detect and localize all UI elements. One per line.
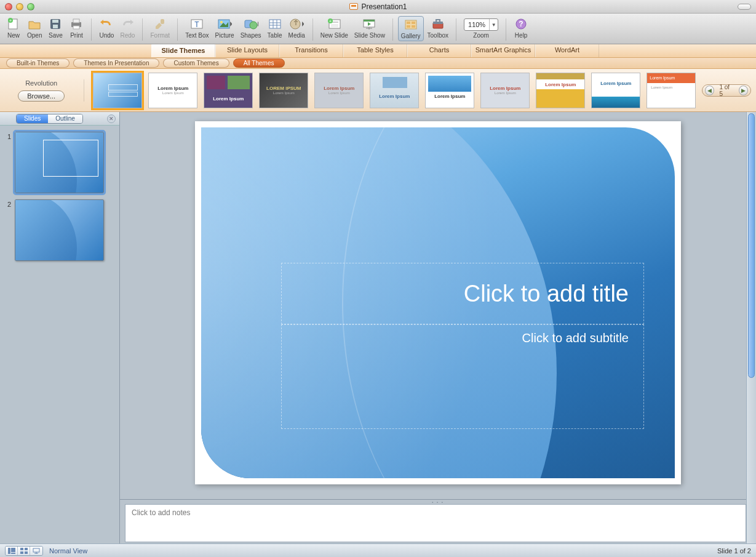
ribbon-tab-transitions[interactable]: Transitions bbox=[279, 44, 343, 57]
theme-thumb[interactable]: Lorem Ipsum bbox=[591, 73, 640, 108]
slide-number: 2 bbox=[5, 199, 11, 261]
slideshow-button[interactable]: Slide Show bbox=[352, 16, 388, 40]
subtitle-placeholder[interactable]: Click to add subtitle bbox=[281, 324, 644, 429]
theme-thumb[interactable]: Lorem Ipsum bbox=[425, 73, 474, 108]
pager-text: 1 of 5 bbox=[714, 84, 738, 97]
scrollbar-thumb[interactable] bbox=[748, 113, 755, 378]
help-button[interactable]: ? Help bbox=[511, 16, 531, 40]
shapes-icon bbox=[244, 17, 258, 31]
theme-thumb[interactable] bbox=[93, 73, 142, 108]
category-custom[interactable]: Custom Themes bbox=[163, 58, 229, 68]
ribbon-tab-wordart[interactable]: WordArt bbox=[535, 44, 599, 57]
shapes-button[interactable]: Shapes bbox=[238, 16, 264, 40]
svg-rect-43 bbox=[11, 553, 15, 554]
picture-icon bbox=[217, 17, 232, 31]
format-icon bbox=[153, 17, 167, 31]
theme-thumb[interactable]: Lorem IpsumLorem Ipsum bbox=[480, 73, 530, 108]
close-window-button[interactable] bbox=[5, 3, 12, 10]
theme-gallery: Revolution Browse... Lorem IpsumLorem Ip… bbox=[0, 69, 756, 112]
main-toolbar: + New Open Save Print Undo Redo Format T… bbox=[0, 14, 756, 44]
table-icon bbox=[268, 17, 282, 31]
open-icon bbox=[27, 17, 42, 31]
toolbox-icon bbox=[431, 17, 445, 31]
ribbon-tab-smartart[interactable]: SmartArt Graphics bbox=[471, 44, 535, 57]
redo-button[interactable]: Redo bbox=[117, 16, 137, 40]
print-icon bbox=[69, 17, 84, 31]
sorter-view-button[interactable] bbox=[18, 547, 30, 555]
minimize-window-button[interactable] bbox=[16, 3, 23, 10]
theme-thumb[interactable]: Lorem Ipsum bbox=[370, 73, 419, 108]
slide-thumbnail[interactable] bbox=[15, 132, 104, 193]
close-panel-button[interactable]: ✕ bbox=[107, 114, 116, 123]
print-button[interactable]: Print bbox=[66, 16, 86, 40]
open-button[interactable]: Open bbox=[25, 16, 44, 40]
save-button[interactable]: Save bbox=[46, 16, 65, 40]
window-title: Presentation1 bbox=[361, 2, 407, 11]
view-mode-label: Normal View bbox=[49, 547, 87, 555]
undo-button[interactable]: Undo bbox=[97, 16, 116, 40]
ribbon-tab-slide-themes[interactable]: Slide Themes bbox=[151, 44, 215, 57]
table-button[interactable]: Table bbox=[265, 16, 285, 40]
svg-rect-33 bbox=[412, 22, 415, 24]
theme-thumbnails: Lorem IpsumLorem Ipsum Lorem Ipsum LOREM… bbox=[93, 73, 696, 108]
slide-thumbnail[interactable] bbox=[15, 199, 104, 261]
normal-view-button[interactable] bbox=[6, 547, 18, 555]
ribbon-tab-slide-layouts[interactable]: Slide Layouts bbox=[215, 44, 279, 57]
outline-tab[interactable]: Outline bbox=[48, 114, 82, 123]
splitter-handle[interactable]: • • • bbox=[120, 499, 756, 504]
theme-thumb[interactable]: Lorem IpsumLorem Ipsum bbox=[647, 73, 696, 108]
slide-number: 1 bbox=[5, 132, 11, 193]
chevron-down-icon[interactable]: ▼ bbox=[489, 19, 498, 30]
document-icon bbox=[349, 3, 357, 10]
vertical-scrollbar[interactable] bbox=[746, 112, 756, 543]
notes-pane[interactable]: Click to add notes bbox=[125, 504, 746, 542]
slide-position-label: Slide 1 of 2 bbox=[717, 547, 751, 555]
ribbon-tab-table-styles[interactable]: Table Styles bbox=[343, 44, 407, 57]
media-icon bbox=[289, 17, 304, 31]
svg-rect-29 bbox=[364, 20, 375, 22]
category-in-presentation[interactable]: Themes In Presentation bbox=[73, 58, 159, 68]
slide-canvas[interactable]: Click to add title Click to add subtitle bbox=[195, 121, 681, 484]
svg-rect-5 bbox=[53, 25, 58, 28]
svg-rect-47 bbox=[25, 551, 28, 554]
category-builtin[interactable]: Built-in Themes bbox=[6, 58, 70, 68]
svg-rect-42 bbox=[11, 548, 15, 552]
ribbon-tab-charts[interactable]: Charts bbox=[407, 44, 471, 57]
theme-thumb[interactable]: Lorem IpsumLorem Ipsum bbox=[314, 73, 364, 108]
picture-button[interactable]: Picture bbox=[213, 16, 237, 40]
undo-icon bbox=[99, 17, 114, 31]
toolbox-button[interactable]: Toolbox bbox=[425, 16, 451, 40]
svg-rect-35 bbox=[412, 25, 415, 28]
gallery-button[interactable]: Gallery bbox=[398, 16, 424, 41]
pager-next-button[interactable]: ▶ bbox=[739, 86, 748, 95]
toolbar-toggle-button[interactable] bbox=[738, 4, 751, 10]
status-bar: Normal View Slide 1 of 2 bbox=[0, 543, 756, 557]
zoom-control[interactable]: 110%▼ Zoom bbox=[461, 16, 501, 40]
panel-tab-segmented: Slides Outline bbox=[16, 114, 83, 124]
new-button[interactable]: + New bbox=[4, 16, 23, 40]
slide-thumbnail-row: 1 bbox=[5, 132, 114, 193]
new-slide-button[interactable]: + New Slide bbox=[318, 16, 351, 40]
slides-tab[interactable]: Slides bbox=[17, 114, 48, 123]
format-button[interactable]: Format bbox=[148, 16, 172, 40]
title-placeholder[interactable]: Click to add title bbox=[281, 263, 644, 324]
svg-rect-4 bbox=[52, 20, 58, 23]
svg-text:+: + bbox=[9, 18, 12, 23]
zoom-window-button[interactable] bbox=[27, 3, 34, 10]
redo-icon bbox=[120, 17, 135, 31]
pager-prev-button[interactable]: ◀ bbox=[705, 86, 714, 95]
theme-thumb[interactable]: Lorem Ipsum bbox=[536, 73, 585, 108]
media-button[interactable]: Media bbox=[286, 16, 308, 40]
svg-rect-7 bbox=[73, 19, 79, 23]
theme-thumb[interactable]: Lorem IpsumLorem Ipsum bbox=[148, 73, 197, 108]
theme-thumb[interactable]: Lorem Ipsum bbox=[204, 73, 253, 108]
svg-rect-32 bbox=[407, 22, 410, 24]
zoom-value: 110% bbox=[464, 21, 489, 28]
category-all[interactable]: All Themes bbox=[233, 58, 285, 68]
svg-rect-25 bbox=[331, 24, 338, 27]
slideshow-view-button[interactable] bbox=[30, 547, 42, 555]
ribbon-tabs: Slide Themes Slide Layouts Transitions T… bbox=[0, 44, 756, 58]
theme-thumb[interactable]: LOREM IPSUMLorem Ipsum bbox=[259, 73, 308, 108]
browse-button[interactable]: Browse... bbox=[18, 90, 65, 102]
textbox-button[interactable]: T Text Box bbox=[183, 16, 211, 40]
